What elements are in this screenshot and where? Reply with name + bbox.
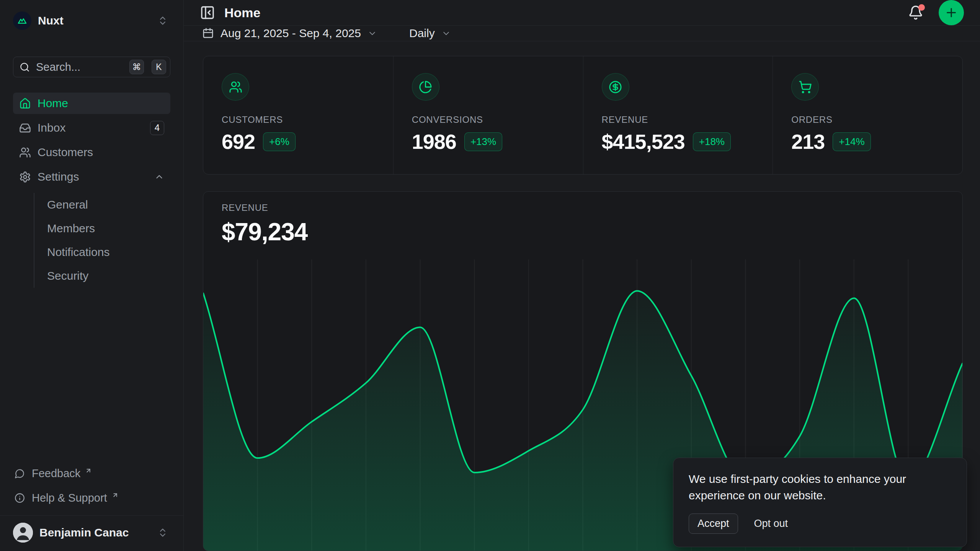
notifications-button[interactable] [908, 5, 924, 21]
stat-label: REVENUE [602, 114, 755, 125]
header-actions [908, 0, 964, 25]
cookie-banner: We use first-party cookies to enhance yo… [673, 458, 967, 547]
page-title: Home [224, 5, 260, 20]
revenue-chart-total: $79,234 [222, 218, 944, 246]
workspace-name: Nuxt [38, 14, 151, 27]
granularity-value: Daily [409, 27, 435, 40]
chevrons-up-down-icon [157, 15, 168, 26]
inbox-icon [19, 122, 31, 134]
feedback-link[interactable]: Feedback [13, 463, 170, 483]
chevron-down-icon [441, 29, 451, 38]
stat-value: $415,523 [602, 130, 685, 153]
calendar-icon [202, 28, 214, 39]
add-new-button[interactable] [939, 0, 964, 25]
revenue-chart-header: REVENUE $79,234 [203, 192, 962, 246]
external-link-icon [85, 467, 92, 474]
sidebar-nav: Home Inbox 4 Customers Settings General … [13, 93, 170, 289]
stat-delta-badge: +18% [693, 132, 731, 151]
cookie-accept-button[interactable]: Accept [689, 514, 738, 534]
stat-card-customers: CUSTOMERS 692 +6% [203, 56, 393, 174]
sidebar-item-label: Inbox [38, 121, 65, 134]
stat-value: 213 [791, 130, 825, 153]
sidebar-item-home[interactable]: Home [13, 93, 170, 114]
stat-delta-badge: +6% [263, 132, 296, 151]
home-icon [19, 98, 31, 109]
shopping-cart-icon [791, 73, 819, 101]
revenue-chart-label: REVENUE [222, 202, 944, 213]
users-icon [19, 147, 31, 158]
date-range-value: Aug 21, 2025 - Sep 4, 2025 [220, 27, 361, 40]
sidebar-subitem-members[interactable]: Members [34, 217, 170, 240]
sidebar-item-settings[interactable]: Settings [13, 166, 170, 187]
chevron-up-icon [154, 172, 164, 182]
panel-left-close-icon [200, 5, 215, 20]
sidebar-spacer [0, 289, 183, 463]
user-name: Benjamin Canac [39, 526, 151, 539]
sidebar-subitem-general[interactable]: General [34, 193, 170, 217]
help-support-link[interactable]: Help & Support [13, 488, 170, 508]
collapse-sidebar-button[interactable] [200, 5, 215, 20]
search-icon [20, 62, 30, 72]
stat-card-orders: ORDERS 213 +14% [773, 56, 962, 174]
sidebar-item-inbox[interactable]: Inbox 4 [13, 117, 170, 139]
cookie-actions: Accept Opt out [689, 514, 951, 534]
stat-card-conversions: CONVERSIONS 1986 +13% [393, 56, 583, 174]
inbox-count-badge: 4 [150, 121, 164, 135]
sidebar-item-label: Settings [38, 170, 79, 183]
stat-delta-badge: +14% [833, 132, 871, 151]
stat-delta-badge: +13% [464, 132, 502, 151]
search-input[interactable] [36, 61, 122, 73]
kbd-k: K [152, 60, 166, 74]
avatar [13, 523, 33, 543]
granularity-select[interactable]: Daily [409, 27, 451, 40]
sidebar-footer-links: Feedback Help & Support [13, 463, 170, 508]
kbd-cmd: ⌘ [129, 60, 144, 74]
chevrons-up-down-icon [157, 527, 168, 538]
cookie-optout-button[interactable]: Opt out [754, 518, 788, 530]
sidebar-item-customers[interactable]: Customers [13, 142, 170, 163]
sidebar-subitem-notifications[interactable]: Notifications [34, 240, 170, 264]
message-bubble-icon [15, 468, 25, 479]
sidebar: Nuxt ⌘ K Home Inbox 4 Customers Settings [0, 0, 184, 551]
stat-value: 1986 [412, 130, 456, 153]
pie-chart-icon [412, 73, 439, 101]
users-icon [222, 73, 249, 101]
search-input-wrapper[interactable]: ⌘ K [13, 57, 170, 77]
feedback-label: Feedback [32, 467, 80, 480]
date-range-picker[interactable]: Aug 21, 2025 - Sep 4, 2025 [202, 27, 377, 40]
page-header: Home [184, 0, 980, 26]
info-circle-icon [15, 493, 25, 503]
stat-label: ORDERS [791, 114, 944, 125]
stat-value: 692 [222, 130, 255, 153]
dollar-circle-icon [602, 73, 629, 101]
filters-toolbar: Aug 21, 2025 - Sep 4, 2025 Daily [184, 26, 980, 41]
notification-dot [918, 4, 925, 11]
stats-cards: CUSTOMERS 692 +6% CONVERSIONS 1986 +13% [203, 56, 963, 174]
stat-card-revenue: REVENUE $415,523 +18% [583, 56, 773, 174]
sidebar-item-label: Home [38, 97, 68, 110]
external-link-icon [112, 492, 119, 499]
gear-icon [19, 171, 31, 183]
stat-label: CONVERSIONS [412, 114, 565, 125]
nuxt-logo-icon [13, 11, 31, 30]
help-support-label: Help & Support [32, 492, 107, 504]
chevron-down-icon [368, 29, 377, 38]
plus-icon [944, 6, 958, 20]
sidebar-item-label: Customers [38, 146, 93, 159]
user-menu[interactable]: Benjamin Canac [0, 516, 183, 551]
sidebar-subitem-security[interactable]: Security [34, 264, 170, 288]
cookie-message: We use first-party cookies to enhance yo… [689, 471, 941, 504]
dashboard-app: { "app": { "brand": "Nuxt" }, "colors": … [0, 0, 980, 551]
stat-label: CUSTOMERS [222, 114, 375, 125]
settings-submenu: General Members Notifications Security [34, 193, 170, 288]
workspace-switcher[interactable]: Nuxt [13, 10, 170, 31]
